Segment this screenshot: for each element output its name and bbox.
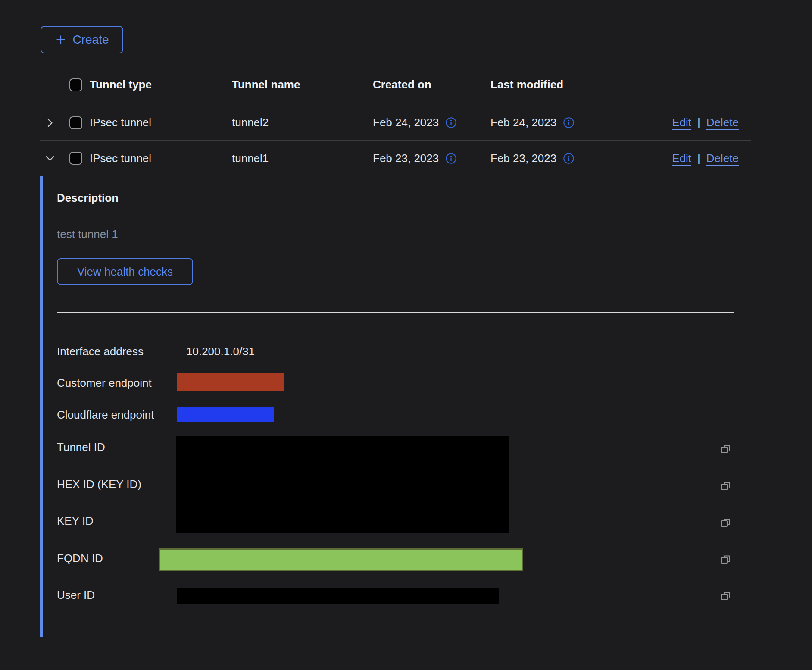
- interface-address-value: 10.200.1.0/31: [186, 344, 255, 358]
- expansion-indicator-bar: [40, 176, 43, 637]
- created-on-cell: Feb 23, 2023: [373, 152, 439, 165]
- header-created-on: Created on: [373, 78, 490, 91]
- row-checkbox[interactable]: [69, 152, 82, 165]
- header-tunnel-name: Tunnel name: [232, 78, 373, 91]
- table-header-row: Tunnel type Tunnel name Created on Last …: [40, 65, 751, 105]
- customer-endpoint-redacted-value: [177, 373, 284, 391]
- delete-link[interactable]: Delete: [706, 116, 739, 129]
- create-button-label: Create: [72, 33, 109, 47]
- info-icon[interactable]: [445, 153, 457, 164]
- section-divider: [57, 312, 734, 313]
- interface-address-label: Interface address: [57, 344, 144, 358]
- tunnel-type-cell: IPsec tunnel: [90, 152, 232, 165]
- cloudflare-endpoint-redacted-value: [177, 407, 274, 422]
- copy-icon[interactable]: [719, 553, 731, 565]
- tunnel-type-cell: IPsec tunnel: [90, 116, 232, 129]
- cloudflare-endpoint-label: Cloudflare endpoint: [57, 408, 154, 422]
- link-separator: |: [697, 116, 700, 129]
- info-icon[interactable]: [445, 117, 457, 128]
- tunnel-id-label: Tunnel ID: [57, 440, 105, 454]
- user-id-redacted-value: [177, 588, 499, 604]
- link-separator: |: [697, 152, 700, 165]
- expanded-tunnel-panel: Description test tunnel 1 View health ch…: [40, 176, 751, 637]
- delete-link[interactable]: Delete: [706, 152, 739, 165]
- tunnel-name-cell: tunnel2: [232, 116, 373, 129]
- tunnel-name-cell: tunnel1: [232, 152, 373, 165]
- view-health-checks-button[interactable]: View health checks: [57, 258, 193, 285]
- ids-redacted-block: [176, 436, 509, 533]
- copy-icon[interactable]: [719, 443, 731, 455]
- table-row: IPsec tunnel tunnel1 Feb 23, 2023 Feb 23…: [40, 141, 751, 176]
- copy-icon[interactable]: [719, 590, 731, 602]
- description-value: test tunnel 1: [57, 227, 118, 241]
- chevron-right-icon[interactable]: [40, 117, 60, 128]
- header-tunnel-type: Tunnel type: [90, 78, 232, 91]
- last-modified-cell: Feb 24, 2023: [490, 116, 556, 129]
- chevron-down-icon[interactable]: [40, 153, 60, 164]
- description-label: Description: [57, 191, 119, 205]
- select-all-checkbox[interactable]: [69, 78, 82, 91]
- hex-id-label: HEX ID (KEY ID): [57, 477, 141, 491]
- created-on-cell: Feb 24, 2023: [373, 116, 439, 129]
- customer-endpoint-label: Customer endpoint: [57, 376, 152, 390]
- info-icon[interactable]: [563, 153, 575, 164]
- fqdn-id-label: FQDN ID: [57, 551, 103, 565]
- create-button[interactable]: Create: [41, 26, 123, 53]
- header-last-modified: Last modified: [490, 78, 624, 91]
- user-id-label: User ID: [57, 588, 95, 602]
- copy-icon[interactable]: [719, 517, 731, 529]
- edit-link[interactable]: Edit: [672, 152, 691, 165]
- tunnel-table: Tunnel type Tunnel name Created on Last …: [40, 65, 751, 176]
- copy-icon[interactable]: [719, 480, 731, 492]
- edit-link[interactable]: Edit: [672, 116, 691, 129]
- table-row: IPsec tunnel tunnel2 Feb 24, 2023 Feb 24…: [40, 105, 751, 141]
- info-icon[interactable]: [563, 117, 575, 128]
- fqdn-id-redacted-value: [159, 548, 523, 571]
- last-modified-cell: Feb 23, 2023: [490, 152, 556, 165]
- key-id-label: KEY ID: [57, 514, 94, 528]
- plus-icon: [55, 34, 67, 46]
- row-checkbox[interactable]: [69, 116, 82, 129]
